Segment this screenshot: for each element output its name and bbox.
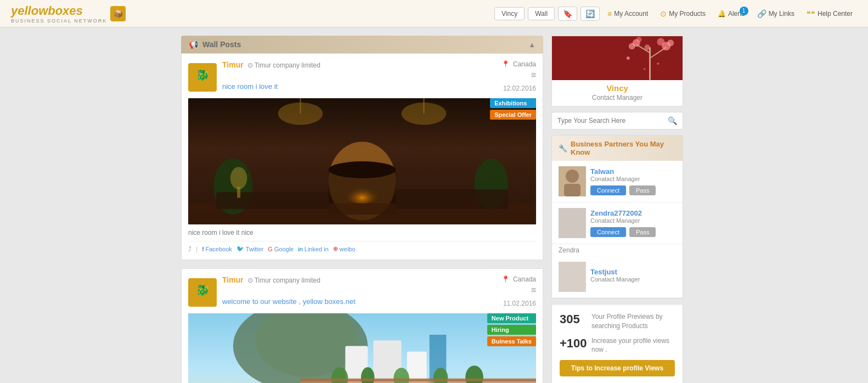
left-spacer — [8, 36, 173, 383]
help-center-link[interactable]: ❝❝ Help Center — [802, 7, 857, 20]
twitter-share[interactable]: 🐦 Twitter — [236, 245, 263, 252]
post-menu-1[interactable]: ≡ — [531, 70, 536, 80]
partner-info-talwan: Talwan Conatact Manager Connect Pass — [590, 167, 676, 195]
tips-button[interactable]: Tips to Increase profile Views — [560, 360, 675, 376]
partner-avatar-testjust — [559, 262, 586, 292]
partners-header: 🔧 Business Partners You May Know — [552, 136, 683, 161]
alerts-link[interactable]: 🔔 1 Alerts — [713, 8, 749, 20]
bell-icon: 🔔 — [718, 10, 726, 18]
partner-photo-talwan — [559, 166, 586, 196]
svg-point-49 — [657, 63, 659, 65]
partner-name-talwan[interactable]: Talwan — [590, 167, 676, 176]
pass-btn-talwan[interactable]: Pass — [629, 185, 656, 195]
post-author-2[interactable]: Timur — [222, 275, 244, 284]
products-icon: ⊙ — [660, 9, 667, 18]
post-author-1[interactable]: Timur — [222, 60, 244, 69]
zendra-label: Zendra — [552, 244, 683, 256]
google-share[interactable]: G Google — [268, 246, 294, 252]
facebook-share[interactable]: f Facebook — [202, 246, 232, 252]
links-icon: 🔗 — [757, 9, 766, 18]
post-content-title-row-2: welcome to our website , yellow boxes.ne… — [222, 297, 536, 309]
wall-title: Wall Posts — [202, 40, 241, 49]
partner-item-testjust: Testjust Conatact Manager — [552, 256, 683, 298]
profile-name: Vincy — [552, 80, 683, 94]
linkedin-share[interactable]: in Linked in — [298, 246, 329, 252]
weibo-share[interactable]: ⊕ weibo — [333, 245, 356, 252]
help-icon: ❝❝ — [807, 9, 815, 18]
wall-header: 📢 Wall Posts ▲ — [181, 36, 543, 53]
post-avatar-2: 🐉 — [188, 278, 217, 307]
profile-role: Contact Manager — [552, 94, 683, 106]
post-image-container-2: New Product Hiring Buiness Talks — [188, 313, 536, 383]
svg-rect-14 — [216, 192, 329, 209]
my-products-link[interactable]: ⊙ My Products — [656, 7, 710, 20]
partner-name-testjust[interactable]: Testjust — [590, 268, 676, 276]
tag-new-product: New Product — [487, 313, 536, 323]
partner-avatar-zendra — [559, 208, 586, 238]
sep-1: | — [196, 245, 198, 253]
partner-item-talwan: Talwan Conatact Manager Connect Pass — [552, 161, 683, 202]
partner-info-zendra: Zendra2772002 Conatact Manager Connect P… — [590, 209, 676, 237]
svg-point-16 — [230, 167, 247, 189]
refresh-button[interactable]: 🔄 — [580, 7, 600, 21]
my-account-link[interactable]: ≡ My Account — [603, 7, 652, 20]
wall-button[interactable]: Wall — [528, 7, 555, 20]
partner-role-zendra: Conatact Manager — [590, 217, 676, 224]
post-card-1: 🐉 Timur ⊙ Timur company limited 📍 Canada — [181, 53, 543, 260]
post-title-row-1: Timur ⊙ Timur company limited 📍 Canada ≡ — [222, 60, 536, 80]
partner-item-zendra: Zendra2772002 Conatact Manager Connect P… — [552, 202, 683, 244]
partners-section: 🔧 Business Partners You May Know — [551, 135, 683, 298]
post-card-2: 🐉 Timur ⊙ Timur company limited 📍 Canada — [181, 268, 543, 383]
my-links-link[interactable]: 🔗 My Links — [753, 7, 799, 20]
svg-rect-15 — [396, 189, 508, 209]
pin-icon-1: 📍 — [501, 60, 510, 68]
post-company-1: ⊙ Timur company limited — [245, 61, 320, 69]
svg-point-43 — [657, 38, 664, 46]
svg-point-11 — [340, 176, 385, 204]
post-menu-2[interactable]: ≡ — [531, 285, 536, 295]
post-header-right-1: 📍 Canada ≡ — [501, 60, 536, 80]
search-button[interactable]: 🔍 — [662, 112, 683, 129]
post-content-title-2: welcome to our website , yellow boxes.ne… — [222, 297, 356, 306]
logo-icon: 📦 — [110, 6, 126, 21]
partner-role-talwan: Conatact Manager — [590, 176, 676, 182]
connect-btn-talwan[interactable]: Connect — [590, 185, 626, 195]
share-icon-1: ⤴ — [188, 245, 191, 253]
main-layout: 📢 Wall Posts ▲ 🐉 Timur ⊙ T — [0, 27, 868, 383]
partner-photo-testjust — [559, 262, 586, 292]
wall-title-container: 📢 Wall Posts — [189, 40, 241, 49]
weibo-icon: ⊕ — [333, 245, 338, 252]
post-header-1: 🐉 Timur ⊙ Timur company limited 📍 Canada — [188, 60, 536, 94]
user-button[interactable]: Vincy — [494, 7, 525, 20]
post-date-1: 12.02.2016 — [503, 85, 536, 92]
post-author-company-row-2: Timur ⊙ Timur company limited — [222, 275, 320, 284]
post-title-row-2: Timur ⊙ Timur company limited 📍 Canada ≡ — [222, 275, 536, 295]
logo-subtitle: BUSINESS SOCIAL NETWORK — [11, 18, 107, 24]
puzzle-header-icon: 🔧 — [559, 144, 567, 153]
tag-hiring: Hiring — [487, 325, 536, 335]
plus-count: +100 — [560, 336, 587, 351]
collapse-icon[interactable]: ▲ — [528, 41, 536, 49]
partner-name-zendra[interactable]: Zendra2772002 — [590, 209, 676, 217]
center-column: 📢 Wall Posts ▲ 🐉 Timur ⊙ T — [181, 36, 543, 383]
logo: yellowboxes BUSINESS SOCIAL NETWORK 📦 — [11, 4, 126, 24]
post-meta-1: Timur ⊙ Timur company limited 📍 Canada ≡ — [222, 60, 536, 94]
svg-rect-25 — [407, 352, 427, 383]
views-count: 305 — [560, 312, 587, 326]
post-location-1: Canada — [513, 60, 536, 68]
stats-row-views: 305 Your Profile Previews by searching P… — [560, 312, 675, 331]
post-company-2: ⊙ Timur company limited — [245, 277, 320, 284]
room-scene — [188, 98, 536, 224]
tag-special-offer: Special Offer — [490, 110, 536, 120]
connect-btn-zendra[interactable]: Connect — [590, 227, 626, 237]
tag-buiness-talks: Buiness Talks — [487, 336, 536, 346]
bookmark-button[interactable]: 🔖 — [558, 7, 577, 21]
partners-scroll[interactable]: Talwan Conatact Manager Connect Pass — [552, 161, 683, 298]
search-input[interactable] — [552, 113, 662, 128]
alerts-badge: 1 — [740, 7, 748, 15]
facebook-icon: f — [202, 246, 204, 252]
post-date-2: 11.02.2016 — [503, 300, 536, 307]
pin-icon-2: 📍 — [501, 275, 510, 283]
pass-btn-zendra[interactable]: Pass — [629, 227, 656, 237]
svg-point-52 — [566, 170, 579, 183]
